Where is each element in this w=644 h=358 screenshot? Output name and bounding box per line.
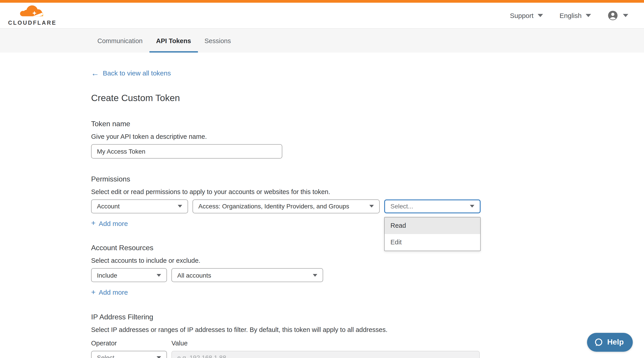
tab-api-tokens[interactable]: API Tokens bbox=[150, 29, 198, 53]
resource-target-value: All accounts bbox=[177, 271, 211, 279]
permission-group-value: Access: Organizations, Identity Provider… bbox=[198, 203, 349, 210]
header: CLOUDFLARE Support English bbox=[0, 3, 644, 28]
back-arrow-icon: ← bbox=[91, 70, 99, 76]
add-icon: + bbox=[91, 289, 96, 295]
permissions-heading: Permissions bbox=[91, 175, 644, 183]
token-name-input[interactable] bbox=[91, 144, 282, 158]
ip-filtering-heading: IP Address Filtering bbox=[91, 313, 644, 321]
main-content: ← Back to view all tokens Create Custom … bbox=[0, 53, 644, 358]
token-name-heading: Token name bbox=[91, 120, 644, 128]
ip-filtering-labels: Operator Value bbox=[91, 339, 644, 346]
permission-scope-select[interactable]: Account bbox=[91, 199, 188, 213]
permission-access-dropdown: Select... Read Edit bbox=[384, 199, 481, 213]
help-chat-icon bbox=[594, 337, 603, 347]
account-resources-description: Select accounts to include or exclude. bbox=[91, 257, 644, 264]
help-button[interactable]: Help bbox=[587, 333, 633, 352]
permission-group-select[interactable]: Access: Organizations, Identity Provider… bbox=[192, 199, 380, 213]
add-more-label: Add more bbox=[99, 288, 128, 296]
cloudflare-wordmark: CLOUDFLARE bbox=[8, 20, 56, 26]
resource-mode-value: Include bbox=[97, 271, 117, 279]
ip-filtering-row: Select... bbox=[91, 350, 644, 358]
back-to-tokens-link[interactable]: ← Back to view all tokens bbox=[91, 69, 171, 77]
support-menu-label: Support bbox=[510, 12, 534, 19]
help-button-label: Help bbox=[607, 338, 624, 347]
user-avatar-icon bbox=[608, 10, 618, 21]
support-menu[interactable]: Support bbox=[510, 12, 543, 19]
page-title: Create Custom Token bbox=[91, 92, 644, 103]
account-resources-row: Include All accounts bbox=[91, 268, 644, 282]
language-menu[interactable]: English bbox=[560, 12, 591, 19]
profile-tabs: Communication API Tokens Sessions bbox=[0, 28, 644, 53]
ip-filtering-description: Select IP addresses or ranges of IP addr… bbox=[91, 326, 644, 333]
menu-option-edit[interactable]: Edit bbox=[384, 234, 480, 250]
resource-mode-select[interactable]: Include bbox=[91, 268, 167, 282]
resource-target-select[interactable]: All accounts bbox=[172, 268, 323, 282]
cloudflare-logo[interactable]: CLOUDFLARE bbox=[8, 5, 56, 26]
chevron-down-icon bbox=[156, 356, 161, 358]
chevron-down-icon bbox=[538, 14, 543, 17]
permissions-add-more-link[interactable]: + Add more bbox=[91, 219, 128, 227]
permission-scope-value: Account bbox=[97, 203, 120, 210]
chevron-down-icon bbox=[178, 205, 182, 208]
add-icon: + bbox=[91, 220, 96, 226]
chevron-down-icon bbox=[313, 274, 317, 276]
ip-operator-select[interactable]: Select... bbox=[91, 350, 167, 358]
tab-communication[interactable]: Communication bbox=[91, 29, 150, 53]
cloudflare-logo-icon bbox=[20, 5, 45, 19]
account-menu[interactable] bbox=[608, 10, 628, 21]
account-resources-heading: Account Resources bbox=[91, 244, 644, 252]
ip-operator-placeholder: Select... bbox=[97, 354, 120, 358]
menu-option-read[interactable]: Read bbox=[384, 217, 480, 234]
add-more-label: Add more bbox=[99, 219, 128, 227]
language-menu-label: English bbox=[560, 12, 582, 19]
operator-label: Operator bbox=[91, 339, 172, 346]
chevron-down-icon bbox=[623, 14, 628, 17]
tab-label: Communication bbox=[98, 37, 143, 44]
permissions-description: Select edit or read permissions to apply… bbox=[91, 188, 644, 195]
permission-access-menu: Read Edit bbox=[384, 217, 481, 251]
chevron-down-icon bbox=[586, 14, 591, 17]
chevron-down-icon bbox=[470, 205, 474, 208]
chevron-down-icon bbox=[156, 274, 161, 276]
ip-value-input[interactable] bbox=[172, 350, 480, 358]
permission-access-placeholder: Select... bbox=[390, 203, 413, 210]
tab-label: API Tokens bbox=[156, 37, 191, 44]
brand-top-bar bbox=[0, 0, 644, 3]
tab-label: Sessions bbox=[204, 37, 231, 44]
account-resources-add-more-link[interactable]: + Add more bbox=[91, 288, 128, 296]
permission-access-select[interactable]: Select... bbox=[384, 199, 481, 213]
back-link-label: Back to view all tokens bbox=[103, 69, 171, 77]
value-label: Value bbox=[172, 339, 188, 346]
chevron-down-icon bbox=[369, 205, 374, 208]
page: CLOUDFLARE Support English bbox=[0, 0, 644, 358]
tab-sessions[interactable]: Sessions bbox=[198, 29, 238, 53]
token-name-description: Give your API token a descriptive name. bbox=[91, 133, 644, 140]
token-name-row bbox=[91, 144, 644, 158]
header-nav: Support English bbox=[510, 10, 628, 21]
permissions-row: Account Access: Organizations, Identity … bbox=[91, 199, 644, 213]
